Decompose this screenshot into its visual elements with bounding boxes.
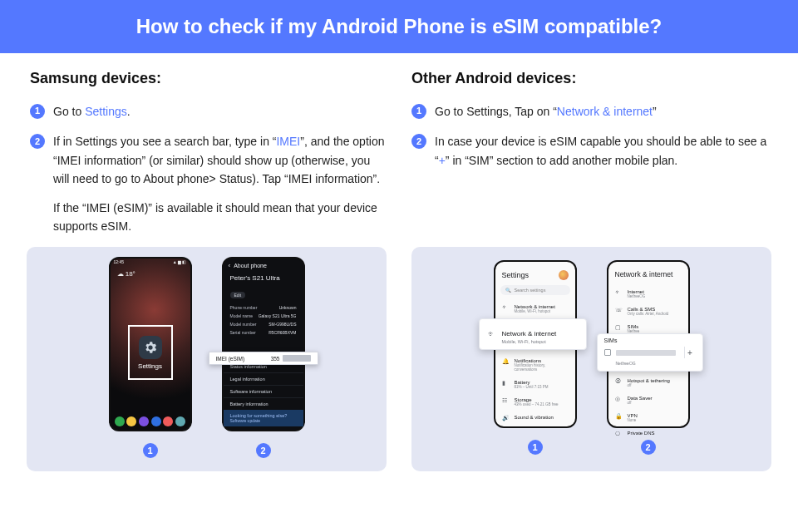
samsung-step-1: 1 Go to Settings.: [30, 102, 387, 121]
list-item: ᯤNetwork & internetMobile, Wi-Fi, hotspo…: [495, 300, 575, 318]
item-sub: NetfreeOG: [628, 294, 646, 298]
step-number-badge: 2: [30, 134, 45, 149]
status-icons: ▲ ▆ ◧: [173, 259, 187, 264]
info-key: Model number: [230, 322, 257, 327]
storage-icon: ☷: [502, 397, 510, 404]
list-item: ▮Battery81% – Until 7:15 PM: [495, 376, 575, 393]
highlight-plus: +: [439, 154, 446, 167]
step-text: Go to Settings, Tap on “: [435, 105, 557, 118]
wifi-icon: ᯤ: [502, 304, 510, 310]
list-item: ⦿Hotspot & tetheringoff: [608, 374, 688, 392]
screenshot-panels: 12:45▲ ▆ ◧ ☁ 18° Settings: [0, 247, 798, 471]
samsung-screenshots-panel: 12:45▲ ▆ ◧ ☁ 18° Settings: [27, 247, 387, 471]
wifi-icon: ᯤ: [488, 330, 495, 338]
other-step-2: 2 In case your device is eSIM capable yo…: [411, 132, 768, 170]
step-text: Go to: [53, 105, 85, 118]
search-icon: 🔍: [505, 288, 511, 293]
network-title: Network & internet: [608, 262, 688, 285]
other-screenshots-panel: Settings 🔍 Search settings ᯤNetwork & in…: [411, 247, 771, 471]
item-sub: 81% – Until 7:15 PM: [515, 385, 549, 389]
info-row: Model numberSM-G998U/DS: [224, 320, 303, 328]
weather-widget: ☁ 18°: [111, 265, 190, 278]
shot-number-badge: 2: [256, 443, 271, 458]
list-item: 🔔NotificationsNotification history, conv…: [495, 354, 575, 376]
highlight-settings: Settings: [85, 105, 127, 118]
sound-icon: 🔊: [502, 415, 510, 421]
info-value: Unknown: [279, 305, 297, 310]
search-settings-field: 🔍 Search settings: [500, 285, 570, 295]
vpn-icon: 🔒: [615, 413, 623, 420]
dock-app-icon: [163, 416, 173, 426]
callout-sub: Mobile, Wi-Fi, hotspot: [502, 339, 557, 344]
info-row: Model nameGalaxy S21 Ultra 5G: [224, 312, 303, 320]
edit-pill: Edit: [230, 292, 246, 298]
step-text: .: [127, 105, 131, 118]
shot-number-badge: 1: [528, 440, 543, 455]
samsung-heading: Samsung devices:: [30, 70, 387, 87]
samsung-step-2: 2 If in Settings you see a search bar, t…: [30, 132, 387, 235]
device-name: Peter's S21 Ultra: [224, 273, 303, 285]
info-row: Phone numberUnknown: [224, 303, 303, 312]
list-item: 🔊Sound & vibration: [495, 411, 575, 426]
item-sub: None: [628, 418, 638, 422]
status-time: 12:45: [114, 259, 125, 264]
shot-number-badge: 2: [641, 440, 656, 455]
list-item: 🔒VPNNone: [608, 409, 688, 426]
info-row: Serial numberR5CR60BXVM: [224, 328, 303, 337]
status-bar: 12:45▲ ▆ ◧: [111, 259, 190, 265]
dock-app-icon: [175, 416, 185, 426]
content-columns: Samsung devices: 1 Go to Settings. 2 If …: [0, 53, 798, 247]
imei-value-prefix: 355: [271, 356, 280, 362]
dns-icon: ⎔: [615, 431, 623, 437]
battery-icon: ▮: [502, 380, 510, 387]
sim-icon: ▢: [615, 324, 623, 331]
other-shot-1: Settings 🔍 Search settings ᯤNetwork & in…: [494, 257, 577, 455]
info-key: Model name: [230, 313, 254, 318]
settings-title: Settings: [495, 262, 575, 285]
about-topbar: ‹ About phone: [224, 259, 303, 273]
redacted-mask: [283, 355, 311, 362]
item-sub: off: [628, 383, 670, 387]
info-value: Galaxy S21 Ultra 5G: [259, 313, 297, 318]
back-icon: ‹: [229, 262, 231, 269]
highlight-imei: IMEI: [276, 135, 300, 148]
phone-mock-about: ‹ About phone Peter's S21 Ultra Edit Pho…: [222, 257, 305, 431]
step-number-badge: 1: [30, 104, 45, 119]
other-shot-2: Network & internet ᯤInternetNetfreeOG ☏C…: [607, 257, 690, 455]
samsung-shot-2: ‹ About phone Peter's S21 Ultra Edit Pho…: [222, 257, 305, 458]
info-value: SM-G998U/DS: [268, 322, 296, 327]
dock-app-icon: [139, 416, 149, 426]
samsung-shot-1: 12:45▲ ▆ ◧ ☁ 18° Settings: [109, 257, 192, 458]
phone-mock-network-internet: Network & internet ᯤInternetNetfreeOG ☏C…: [607, 260, 690, 428]
dock-app-icon: [151, 416, 161, 426]
wifi-icon: ᯤ: [615, 289, 623, 295]
dock-app-icon: [126, 416, 136, 426]
sim-chip-icon: [604, 349, 611, 356]
item-sub: Mobile, Wi-Fi, hotspot: [515, 309, 555, 313]
dock-app-icon: [115, 416, 125, 426]
step-body: Go to Settings, Tap on “Network & intern…: [435, 102, 768, 121]
phone-mock-home: 12:45▲ ▆ ◧ ☁ 18° Settings: [109, 257, 192, 431]
step-text: ”: [653, 105, 657, 118]
other-heading: Other Android devices:: [411, 70, 768, 87]
step-body: In case your device is eSIM capable you …: [435, 132, 768, 170]
about-section: Battery information: [224, 397, 303, 410]
hotspot-icon: ⦿: [615, 378, 623, 384]
item-sub: off: [628, 401, 653, 405]
item-label: Private DNS: [628, 431, 655, 436]
network-internet-callout: ᯤ Network & internet Mobile, Wi-Fi, hots…: [479, 318, 587, 350]
list-item: ᯤInternetNetfreeOG: [608, 285, 688, 303]
page-header: How to check if my Android Phone is eSIM…: [0, 0, 798, 53]
item-sub: Notification history, conversations: [515, 363, 569, 372]
step-body: Go to Settings.: [53, 102, 387, 121]
step-number-badge: 1: [411, 104, 426, 119]
plus-icon: +: [684, 347, 696, 358]
prompt-banner: Looking for something else? Software upd…: [224, 410, 303, 426]
step-body: If in Settings you see a search bar, typ…: [53, 132, 387, 235]
about-section: Software information: [224, 385, 303, 397]
item-sub: Only calls: Airtel, Android: [628, 312, 669, 316]
avatar-icon: [559, 270, 569, 280]
item-label: Sound & vibration: [515, 415, 554, 420]
about-title: About phone: [234, 263, 267, 268]
bell-icon: 🔔: [502, 358, 510, 365]
